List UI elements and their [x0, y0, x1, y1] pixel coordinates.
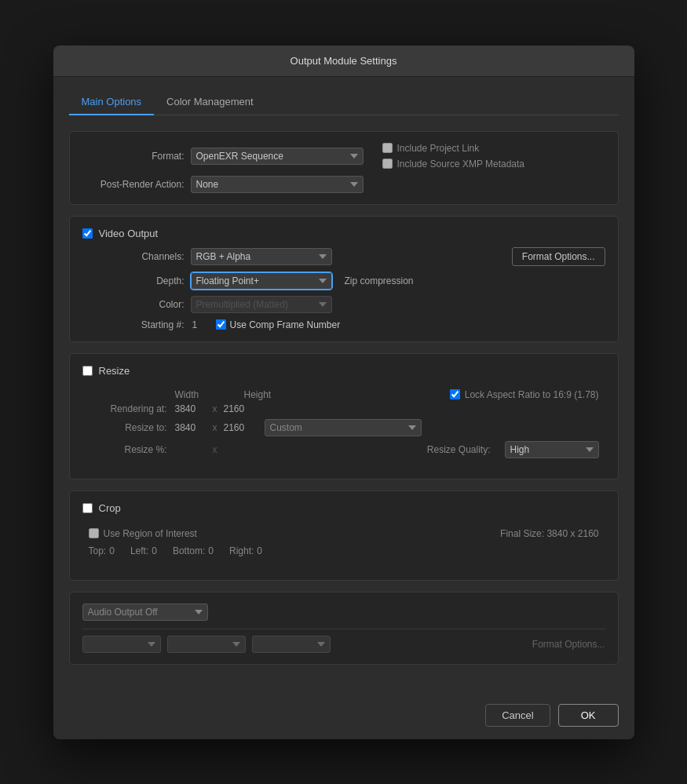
left-value: 0 [152, 545, 157, 556]
crop-header: Crop [82, 502, 605, 514]
audio-format-options: Format Options... [532, 639, 605, 650]
crop-inner: Use Region of Interest Final Size: 3840 … [82, 522, 605, 569]
video-output-checkbox[interactable] [82, 228, 93, 239]
resize-quality-select[interactable]: High [505, 441, 599, 458]
lock-aspect-label[interactable]: Lock Aspect Ratio to 16:9 (1.78) [450, 389, 599, 400]
channels-label: Channels: [82, 251, 185, 262]
bottom-value: 0 [208, 545, 214, 556]
resize-quality-label: Resize Quality: [427, 444, 491, 455]
rendering-width: 3840 [175, 403, 206, 414]
audio-sub-select-2[interactable] [167, 636, 246, 653]
audio-sub-select-1[interactable] [82, 636, 161, 653]
zip-label: Zip compression [345, 275, 414, 286]
left-label: Left: [130, 545, 148, 556]
right-field: Right: 0 [229, 545, 262, 556]
resize-checkbox[interactable] [82, 366, 93, 376]
crop-section: Crop Use Region of Interest Final Size: … [69, 490, 619, 581]
tab-color-management[interactable]: Color Management [154, 89, 266, 115]
crop-checkbox[interactable] [82, 503, 93, 513]
audio-output-select[interactable]: Audio Output Off [82, 603, 208, 621]
format-section: Format: OpenEXR Sequence Include Project… [69, 131, 619, 205]
resize-col-headers: Width Height Lock Aspect Ratio to 16:9 (… [89, 389, 599, 400]
dialog-body: Main Options Color Management Format: Op… [53, 77, 634, 691]
height-col-header: Height [244, 389, 276, 400]
color-row: Color: Premultiplied (Matted) [82, 296, 605, 313]
audio-sub-select-3[interactable] [252, 636, 331, 653]
starting-row: Starting #: 1 Use Comp Frame Number [82, 319, 605, 330]
include-source-label[interactable]: Include Source XMP Metadata [382, 159, 525, 170]
include-source-checkbox[interactable] [382, 159, 393, 169]
resize-to-width: 3840 [175, 422, 206, 433]
dialog-footer: Cancel OK [53, 691, 634, 739]
dialog-title: Output Module Settings [53, 46, 634, 77]
rendering-label: Rendering at: [89, 403, 167, 414]
depth-row: Depth: Floating Point+ Zip compression [82, 272, 605, 290]
final-size: Final Size: 3840 x 2160 [500, 528, 598, 539]
post-render-label: Post-Render Action: [82, 179, 185, 190]
video-output-section: Video Output Channels: RGB + Alpha Forma… [69, 216, 619, 342]
resize-section: Resize Width Height Lock Aspect Ratio to… [69, 353, 619, 480]
resize-title: Resize [99, 365, 130, 377]
use-roi-checkbox[interactable] [89, 528, 99, 538]
use-comp-checkbox[interactable] [216, 319, 226, 330]
top-value: 0 [109, 545, 115, 556]
format-row: Format: OpenEXR Sequence Include Project… [82, 143, 605, 170]
audio-sub-row: Format Options... [82, 629, 605, 653]
left-field: Left: 0 [130, 545, 157, 556]
audio-section: Audio Output Off Format Options... [69, 592, 619, 665]
channels-select[interactable]: RGB + Alpha [191, 248, 332, 265]
video-output-header: Video Output [82, 228, 605, 239]
cancel-button[interactable]: Cancel [485, 704, 550, 727]
include-project-label[interactable]: Include Project Link [382, 143, 525, 154]
resize-to-row: Resize to: 3840 x 2160 Custom [89, 419, 599, 436]
right-label: Right: [229, 545, 254, 556]
tab-main-options[interactable]: Main Options [69, 89, 155, 115]
crop-roi-row: Use Region of Interest Final Size: 3840 … [89, 528, 599, 539]
resize-grid: Width Height Lock Aspect Ratio to 16:9 (… [82, 385, 605, 468]
top-label: Top: [89, 545, 107, 556]
lock-aspect-checkbox[interactable] [450, 389, 460, 399]
starting-value: 1 [192, 319, 208, 330]
tab-bar: Main Options Color Management [69, 89, 619, 115]
top-field: Top: 0 [89, 545, 115, 556]
post-render-row: Post-Render Action: None [82, 176, 605, 193]
width-col-header: Width [175, 389, 206, 400]
use-comp-label[interactable]: Use Comp Frame Number [216, 319, 341, 330]
color-select[interactable]: Premultiplied (Matted) [191, 296, 332, 313]
resize-header: Resize [82, 365, 605, 377]
resize-pct-label: Resize %: [89, 444, 167, 455]
right-value: 0 [257, 545, 262, 556]
audio-row: Audio Output Off [82, 603, 605, 621]
crop-values-row: Top: 0 Left: 0 Bottom: 0 Right: 0 [89, 545, 599, 556]
rendering-height: 2160 [224, 403, 255, 414]
color-label: Color: [82, 299, 185, 310]
video-output-title: Video Output [99, 228, 159, 239]
crop-title: Crop [99, 502, 121, 514]
format-label: Format: [82, 151, 185, 162]
depth-select[interactable]: Floating Point+ [191, 272, 332, 290]
depth-label: Depth: [82, 275, 185, 286]
starting-label: Starting #: [82, 319, 185, 330]
use-roi-label[interactable]: Use Region of Interest [89, 528, 197, 539]
format-select[interactable]: OpenEXR Sequence [191, 148, 364, 165]
channels-row: Channels: RGB + Alpha Format Options... [82, 247, 605, 266]
resize-to-label: Resize to: [89, 422, 167, 433]
include-checkboxes: Include Project Link Include Source XMP … [382, 143, 525, 170]
ok-button[interactable]: OK [558, 704, 619, 727]
format-options-button[interactable]: Format Options... [512, 247, 605, 266]
include-project-checkbox[interactable] [382, 143, 393, 153]
bottom-label: Bottom: [173, 545, 205, 556]
rendering-at-row: Rendering at: 3840 x 2160 [89, 403, 599, 414]
resize-preset-select[interactable]: Custom [265, 419, 422, 436]
resize-to-height: 2160 [224, 422, 255, 433]
resize-pct-row: Resize %: x Resize Quality: High [89, 441, 599, 458]
post-render-select[interactable]: None [191, 176, 364, 193]
output-module-dialog: Output Module Settings Main Options Colo… [53, 46, 634, 739]
bottom-field: Bottom: 0 [173, 545, 214, 556]
